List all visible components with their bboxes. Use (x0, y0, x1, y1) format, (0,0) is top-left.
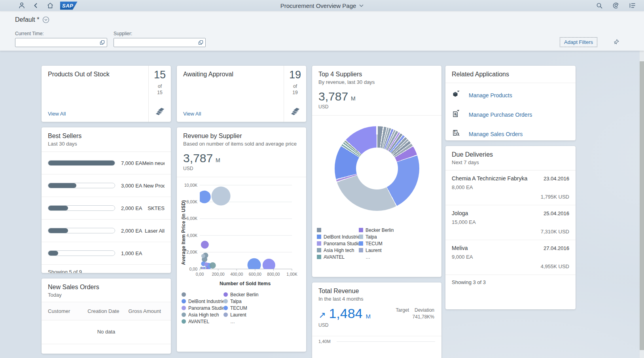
kpi-value: 3,787 (183, 152, 213, 164)
product-icon (452, 90, 460, 100)
card-subtitle: Last 30 days (48, 141, 165, 147)
bubble-data-point[interactable] (206, 267, 208, 270)
value-help-icon[interactable] (99, 40, 105, 45)
menu-icon[interactable] (628, 1, 637, 10)
best-seller-row[interactable]: 3,000 EA New Prod… (42, 174, 171, 197)
back-icon[interactable] (32, 1, 40, 10)
page-title-text: Procurement Overview Page (280, 2, 356, 9)
card-total-revenue: Total Revenue In the last 4 months ↗ 1,4… (312, 282, 441, 358)
adapt-filters-button[interactable]: Adapt Filters (561, 38, 597, 46)
best-seller-label: 7,000 EAMein neue… (121, 160, 165, 166)
scrollbar-track[interactable] (640, 51, 644, 358)
kpi-currency: USD (183, 166, 300, 171)
donut-chart-legend: Becker BerlinDelBont IndustriesTalpaPano… (317, 227, 441, 260)
revenue-axis-tick: 1,40M (318, 339, 331, 344)
table-column-header: Creation Date (87, 308, 128, 314)
best-seller-row[interactable]: 2,000 EA Laser Allr… (42, 220, 171, 242)
card-subtitle: Today (48, 292, 165, 298)
legend-swatch (224, 292, 228, 297)
view-all-link[interactable]: View All (48, 111, 144, 117)
legend-item: Panorama Studios (317, 240, 359, 247)
legend-swatch (224, 313, 228, 317)
card-title: Revenue by Supplier (183, 133, 300, 140)
progress-bar-fill (48, 251, 58, 256)
y-tick-label: 6,00K (187, 216, 197, 221)
kpi-scale: M (351, 95, 356, 102)
legend-label: TECUM (366, 241, 383, 246)
delivery-list-item[interactable]: Chemia A Technicznie Fabryka23.04.20168,… (445, 170, 576, 205)
legend-label: Asia High tech (324, 248, 354, 253)
legend-item (317, 227, 359, 233)
best-seller-row[interactable]: 7,000 EAMein neue… (42, 152, 171, 174)
sap-logo[interactable]: SAP (60, 2, 78, 10)
search-icon[interactable] (595, 1, 604, 10)
tile-count-panel: 19 of 19 (284, 66, 306, 122)
scrollbar-thumb[interactable] (640, 61, 644, 350)
pin-icon[interactable] (614, 39, 619, 46)
card-products-out-of-stock[interactable]: Products Out of Stock View All 15 of 15 (42, 66, 171, 122)
delivery-list-item[interactable]: Meliva27.04.20169,000 EA4,955K USD (445, 240, 576, 275)
variant-selector[interactable]: Default * (15, 16, 49, 23)
user-icon[interactable] (17, 1, 26, 10)
delivery-row-header: Jologa25.04.2016 (452, 210, 569, 216)
home-icon[interactable] (46, 1, 55, 10)
legend-label: DelBont Industries (188, 299, 224, 304)
due-deliveries-footer: Showing 3 of 3 (445, 275, 576, 290)
delivery-amount: 1,795K USD (452, 194, 569, 200)
target-deviation-panel: Target Deviation 741,78K% (396, 307, 435, 320)
tile-of-total: of 15 (157, 83, 162, 96)
bubble-data-point[interactable] (210, 262, 216, 269)
column-3: Top 4 Suppliers By revenue, last 30 days… (312, 66, 441, 358)
copilot-icon[interactable] (612, 1, 620, 10)
bubble-data-point[interactable] (198, 191, 211, 203)
supplier-label: Supplier: (114, 31, 206, 36)
delivery-row-header: Meliva27.04.2016 (452, 245, 569, 251)
card-subtitle: Based on number of items sold and averag… (183, 141, 300, 147)
related-app-label: Manage Sales Orders (469, 131, 523, 137)
related-app-label: Manage Purchase Orders (469, 112, 532, 118)
current-time-label: Current Time: (15, 31, 107, 36)
bubble-chart-svg[interactable]: 0,002,00K4,00K6,00K8,00K10,00K0,00200,00… (178, 180, 296, 279)
kpi-currency: USD (318, 104, 435, 110)
donut-chart[interactable] (335, 126, 419, 211)
bubble-data-point[interactable] (247, 258, 261, 272)
related-app-link[interactable]: Manage Products (445, 85, 576, 105)
bubble-data-point[interactable] (201, 254, 205, 258)
bubble-data-point[interactable] (201, 241, 209, 249)
current-time-input[interactable] (15, 38, 107, 47)
related-app-link[interactable]: $Manage Sales Orders (445, 124, 576, 140)
legend-label: TECUM (230, 305, 247, 311)
kpi-scale: M (216, 157, 220, 163)
total-revenue-chart[interactable]: 1,40M (312, 336, 441, 352)
progress-bar-fill (48, 161, 115, 165)
shell-left-group: SAP (0, 1, 78, 10)
best-seller-row[interactable]: 2,000 EA SKTEST (42, 197, 171, 220)
related-app-link[interactable]: =$Manage Purchase Orders (445, 105, 576, 124)
progress-bar-track (48, 228, 115, 233)
bubble-data-point[interactable] (212, 187, 231, 206)
kpi-value: 3,787 (318, 91, 348, 102)
supplier-input[interactable] (114, 38, 206, 47)
y-tick-label: 4,00K (187, 233, 197, 238)
filter-field-supplier: Supplier: (114, 31, 206, 47)
progress-bar-fill (48, 183, 76, 188)
trend-up-icon: ↗ (318, 311, 326, 320)
card-title: Products Out of Stock (48, 71, 144, 78)
delivery-row-header: Chemia A Technicznie Fabryka23.04.2016 (452, 175, 569, 182)
legend-item: DelBont Industries (317, 233, 359, 240)
page-title[interactable]: Procurement Overview Page (280, 2, 364, 9)
legend-label: Panorama Studios (324, 241, 359, 246)
card-awaiting-approval[interactable]: Awaiting Approval View All 19 of 19 (177, 66, 306, 122)
bubble-chart[interactable]: Average Item Price (in USD) 0,002,00K4,0… (177, 180, 306, 286)
value-help-icon[interactable] (198, 40, 204, 45)
of-label: of (158, 83, 162, 89)
progress-bar-fill (48, 206, 68, 210)
best-seller-label: 2,000 EA SKTEST (121, 205, 165, 211)
card-due-deliveries: Due Deliveries Next 7 days Chemia A Tech… (445, 146, 576, 309)
sales-orders-table-header: CustomerCreation DateGross Amount (42, 302, 171, 320)
column-4: Related Applications Manage Products=$Ma… (445, 66, 576, 309)
view-all-link[interactable]: View All (183, 111, 279, 117)
best-seller-row[interactable]: 1,000 EA (42, 242, 171, 265)
bubble-data-point[interactable] (204, 262, 208, 266)
delivery-list-item[interactable]: Jologa25.04.201615,000 EA7,310K USD (445, 205, 576, 240)
